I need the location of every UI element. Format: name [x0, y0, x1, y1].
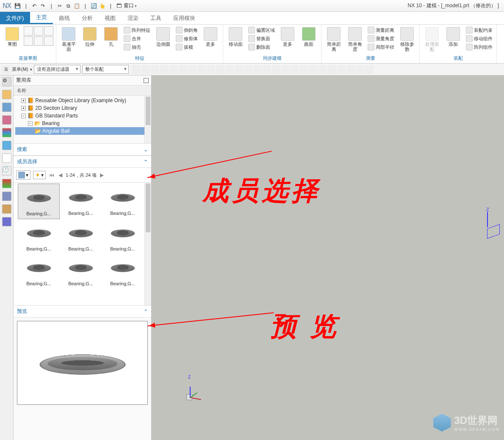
reuse-library-icon[interactable]: [2, 128, 11, 137]
copy-icon[interactable]: ⧉: [64, 2, 72, 10]
tab-view[interactable]: 视图: [99, 12, 122, 24]
tab-render[interactable]: 渲染: [122, 12, 144, 24]
sel-tool-icon[interactable]: [132, 65, 141, 74]
paste-icon[interactable]: 📋: [73, 2, 80, 10]
sel-tool-icon[interactable]: [151, 65, 159, 74]
first-page[interactable]: ⏮: [48, 172, 55, 178]
window-icon[interactable]: 🗔: [115, 2, 123, 10]
extrude[interactable]: 拉伸: [80, 26, 100, 47]
sel-tool-icon[interactable]: [197, 65, 206, 74]
sel-tool-icon[interactable]: [281, 65, 290, 74]
edge-blend[interactable]: 边倒圆: [153, 26, 173, 47]
sel-tool-icon[interactable]: [225, 65, 234, 74]
menu-icon[interactable]: ☰: [2, 65, 10, 74]
search-section[interactable]: 搜索⌄: [14, 143, 151, 156]
sel-tool-icon[interactable]: [300, 65, 308, 74]
add-component[interactable]: 添加: [443, 26, 463, 47]
sel-tool-icon[interactable]: [318, 65, 327, 74]
hole[interactable]: 孔: [101, 26, 121, 47]
sel-tool-icon[interactable]: [169, 65, 178, 74]
next-page[interactable]: ▶: [99, 172, 105, 178]
member-item[interactable]: Bearing,G...: [60, 219, 102, 254]
tree-item[interactable]: +📙 2D Section Library: [15, 104, 150, 112]
draft[interactable]: 拔模: [174, 43, 199, 51]
nav-icon[interactable]: [2, 204, 11, 214]
unite[interactable]: 合并: [122, 35, 152, 42]
datum-plane[interactable]: 基准平面: [59, 26, 78, 53]
tab-home[interactable]: 主页: [30, 12, 53, 24]
sel-tool-icon[interactable]: [179, 65, 187, 74]
assy-constraint[interactable]: 装配约束: [465, 26, 494, 34]
sel-tool-icon[interactable]: [365, 65, 374, 74]
simple-angle[interactable]: 简单角度: [345, 26, 365, 53]
redo-icon[interactable]: ↷: [39, 2, 47, 10]
sel-tool-icon[interactable]: [216, 65, 224, 74]
view-mode[interactable]: ▾: [16, 170, 30, 180]
tree-item-selected[interactable]: 📂 Angular Ball: [15, 127, 150, 135]
sel-tool-icon[interactable]: [337, 65, 346, 74]
scrollbar[interactable]: [144, 183, 151, 305]
sketch-button[interactable]: 草图: [3, 26, 22, 47]
sel-tool-icon[interactable]: [188, 65, 197, 74]
measure-dist[interactable]: 测量距离: [366, 26, 396, 34]
preview-section[interactable]: 预览⌃: [14, 305, 151, 317]
measure-angle[interactable]: 测量角度: [366, 35, 396, 42]
tree-item[interactable]: +📙 Reusable Object Library (Example Only…: [15, 97, 150, 104]
sel-tool-icon[interactable]: [346, 65, 355, 74]
shell[interactable]: 抽壳: [122, 43, 152, 51]
save-icon[interactable]: 💾: [14, 2, 21, 10]
move-comp[interactable]: 移动组件: [465, 35, 494, 42]
scrollbar[interactable]: [144, 96, 151, 143]
undo-icon[interactable]: ↶: [30, 2, 38, 10]
sel-tool-icon[interactable]: [356, 65, 364, 74]
nav-icon[interactable]: [2, 217, 11, 226]
prev-page[interactable]: ◀: [58, 172, 63, 178]
member-item[interactable]: Bearing,G...: [102, 184, 144, 219]
tab-app[interactable]: 应用模块: [167, 12, 201, 24]
touch-icon[interactable]: 👆: [98, 2, 106, 10]
file-menu[interactable]: 文件(F): [0, 12, 30, 24]
nav-icon[interactable]: [2, 153, 11, 163]
sel-tool-icon[interactable]: [235, 65, 243, 74]
member-section[interactable]: 成员选择⌃: [14, 156, 151, 168]
member-item[interactable]: Bearing,G...: [60, 184, 102, 219]
delete-face[interactable]: 删除面: [247, 43, 276, 51]
move-face[interactable]: 移动面: [226, 26, 245, 47]
member-item[interactable]: Bearing,G...: [102, 254, 144, 289]
pattern-comp[interactable]: 阵列组件: [465, 43, 494, 51]
settings-icon[interactable]: ⚙: [2, 77, 11, 86]
nav-icon[interactable]: [2, 192, 11, 201]
more-feature[interactable]: 更多: [201, 26, 220, 47]
nav-icon[interactable]: [2, 90, 11, 99]
simple-dist[interactable]: 简单距离: [324, 26, 343, 53]
maximize-icon[interactable]: [144, 78, 149, 83]
tree-item[interactable]: −📂 Bearing: [15, 120, 150, 127]
replace-face[interactable]: 替换面: [247, 35, 276, 42]
history-icon[interactable]: 🕐: [2, 166, 11, 175]
handle-assy[interactable]: 处理装配: [422, 26, 442, 53]
member-item[interactable]: Bearing,G...: [102, 219, 144, 254]
sel-tool-icon[interactable]: [309, 65, 318, 74]
nav-icon[interactable]: [2, 179, 11, 188]
filter-dropdown[interactable]: 没有选择过滤器: [34, 65, 80, 74]
sel-tool-icon[interactable]: [160, 65, 169, 74]
nav-icon[interactable]: [2, 103, 11, 112]
sel-tool-icon[interactable]: [244, 65, 252, 74]
trim-body[interactable]: 修剪体: [174, 35, 199, 42]
cut-icon[interactable]: ✂: [56, 2, 64, 10]
member-item[interactable]: Bearing,G...: [18, 219, 60, 254]
filter-button[interactable]: ▼▾: [33, 171, 46, 179]
tab-tools[interactable]: 工具: [144, 12, 167, 24]
tab-analysis[interactable]: 分析: [76, 12, 99, 24]
refresh-icon[interactable]: 🔄: [90, 2, 97, 10]
surface[interactable]: 曲面: [299, 26, 318, 47]
nav-icon[interactable]: [2, 115, 11, 125]
remove-param[interactable]: 移除参数: [397, 26, 417, 53]
sel-tool-icon[interactable]: [291, 65, 299, 74]
library-tree[interactable]: +📙 Reusable Object Library (Example Only…: [14, 96, 151, 143]
sel-tool-icon[interactable]: [253, 65, 262, 74]
member-item[interactable]: Bearing,G...: [18, 254, 60, 289]
member-item[interactable]: Bearing,G...: [18, 184, 60, 219]
nav-icon[interactable]: [2, 141, 11, 150]
tab-curve[interactable]: 曲线: [53, 12, 76, 24]
